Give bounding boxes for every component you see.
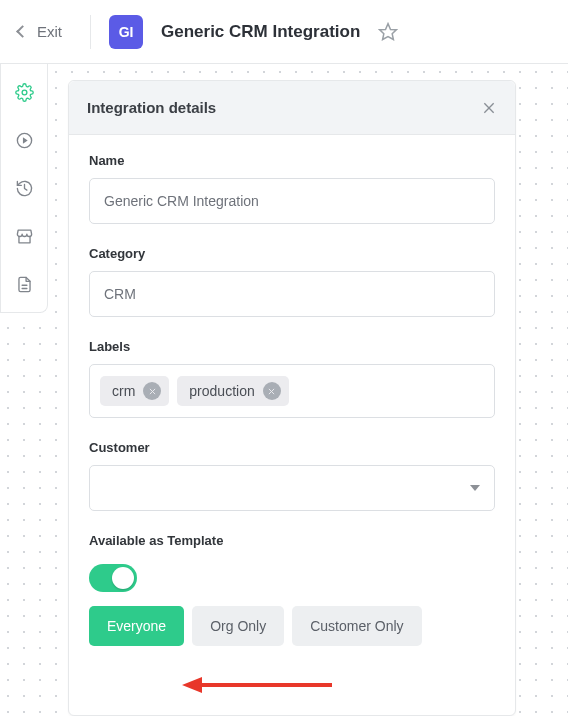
file-text-icon (15, 275, 34, 294)
template-visibility-segmented: Everyone Org Only Customer Only (89, 606, 495, 646)
svg-marker-3 (22, 137, 27, 143)
remove-label-button[interactable] (143, 382, 161, 400)
label-chip-text: production (189, 383, 254, 399)
template-toggle[interactable] (89, 564, 137, 592)
sidebar-item-history[interactable] (10, 174, 38, 202)
chevron-down-icon (470, 485, 480, 491)
app-badge: GI (109, 15, 143, 49)
name-label: Name (89, 153, 495, 168)
visibility-option-org-only[interactable]: Org Only (192, 606, 284, 646)
category-label: Category (89, 246, 495, 261)
favorite-button[interactable] (378, 22, 398, 42)
label-chip-text: crm (112, 383, 135, 399)
exit-label: Exit (37, 23, 62, 40)
name-input[interactable] (89, 178, 495, 224)
chevron-left-icon (16, 25, 29, 38)
close-icon (148, 387, 157, 396)
category-input[interactable] (89, 271, 495, 317)
label-chip: production (177, 376, 288, 406)
sidebar-item-marketplace[interactable] (10, 222, 38, 250)
exit-button[interactable]: Exit (18, 23, 62, 40)
close-icon (267, 387, 276, 396)
header-divider (90, 15, 91, 49)
customer-select[interactable] (89, 465, 495, 511)
close-panel-button[interactable] (481, 100, 497, 116)
left-toolbar (0, 64, 48, 313)
app-title: Generic CRM Integration (161, 22, 360, 42)
svg-point-1 (22, 90, 27, 95)
visibility-option-customer-only[interactable]: Customer Only (292, 606, 421, 646)
history-icon (15, 179, 34, 198)
play-circle-icon (15, 131, 34, 150)
labels-label: Labels (89, 339, 495, 354)
visibility-option-everyone[interactable]: Everyone (89, 606, 184, 646)
label-chip: crm (100, 376, 169, 406)
integration-details-panel: Integration details Name Category Labels (68, 80, 516, 716)
labels-input[interactable]: crm production (89, 364, 495, 418)
template-label: Available as Template (89, 533, 495, 548)
remove-label-button[interactable] (263, 382, 281, 400)
customer-label: Customer (89, 440, 495, 455)
star-icon (378, 22, 398, 42)
sidebar-item-run[interactable] (10, 126, 38, 154)
sidebar-item-docs[interactable] (10, 270, 38, 298)
storefront-icon (15, 227, 34, 246)
sidebar-item-settings[interactable] (10, 78, 38, 106)
close-icon (481, 100, 497, 116)
gear-icon (15, 83, 34, 102)
panel-title: Integration details (87, 99, 216, 116)
toggle-knob (112, 567, 134, 589)
svg-marker-0 (380, 23, 397, 39)
